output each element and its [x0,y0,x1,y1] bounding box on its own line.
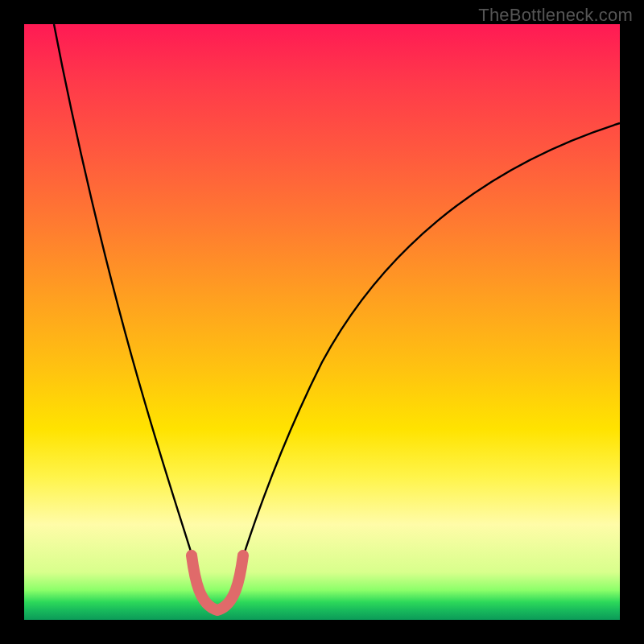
chart-frame: TheBottleneck.com [0,0,644,644]
watermark-text: TheBottleneck.com [478,5,633,26]
trough-u-marker [192,555,243,610]
left-branch [54,24,205,600]
plot-area [24,24,620,620]
right-branch [229,123,620,600]
bottleneck-curve [24,24,620,620]
